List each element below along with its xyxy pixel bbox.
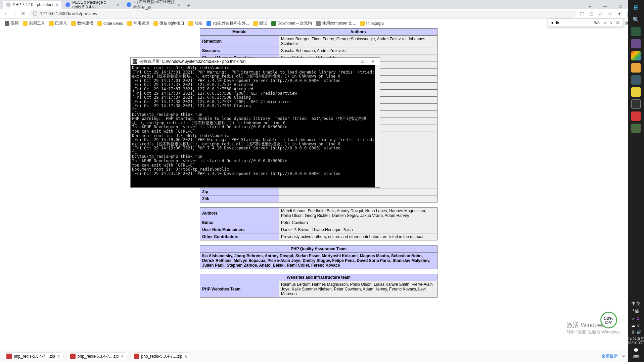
bookmark-item[interactable]: code demo xyxy=(95,21,125,26)
notification-icon[interactable]: 💬 xyxy=(634,348,639,353)
ime-full[interactable]: ° xyxy=(633,309,635,314)
chevron-up-icon[interactable]: ∧ xyxy=(184,354,187,359)
tray-up-icon[interactable]: ∧ xyxy=(632,316,635,321)
find-next-button[interactable]: ∨ xyxy=(608,20,614,25)
settings-icon[interactable]: ⚙ xyxy=(636,316,640,321)
bookmark-item[interactable]: 已导入 xyxy=(47,20,69,26)
taskbar-app-8[interactable] xyxy=(631,111,641,121)
cmd-titlebar[interactable]: C:\ 选择管理员: C:\Windows\System32\cmd.exe -… xyxy=(131,58,380,65)
bookmark-item[interactable]: 微信login接口 xyxy=(151,20,186,26)
close-icon[interactable]: × xyxy=(117,2,119,7)
bookmark-item[interactable]: 前端 xyxy=(186,20,204,26)
cmd-minimize-button[interactable]: — xyxy=(348,59,358,64)
ime-lang[interactable]: 英 xyxy=(636,301,640,307)
volume-icon[interactable]: 🔊 xyxy=(636,330,641,334)
taskbar-app-6[interactable] xyxy=(631,87,641,97)
credit-label: Other Contributors xyxy=(200,233,279,240)
bookmark-item[interactable]: Download – 次元狗 xyxy=(269,20,314,26)
find-input[interactable] xyxy=(551,20,591,25)
zip-icon xyxy=(6,354,12,359)
extensions-icon[interactable]: ✦ xyxy=(616,11,623,17)
site-info-icon[interactable]: ⓘ xyxy=(33,11,37,17)
new-tab-button[interactable]: + xyxy=(184,3,193,9)
col-module: Module xyxy=(200,29,279,36)
find-prev-button[interactable]: ∧ xyxy=(602,20,608,25)
credit-label: User Note Maintainers xyxy=(200,226,279,233)
system-monitor-widget[interactable]: 52% 62°C xyxy=(600,312,617,328)
tab-pecl[interactable]: PECL :: Package :: redis 5.3.4 fo × xyxy=(62,1,123,9)
cloud-icon[interactable]: ☁ xyxy=(631,323,635,328)
close-icon[interactable]: × xyxy=(55,2,58,7)
bookmark-item[interactable]: 常用资源 xyxy=(125,20,151,26)
network-icon[interactable]: 🖥 xyxy=(631,330,635,334)
zip-icon xyxy=(134,354,139,359)
download-filename: php_redis-5.3.4-7....zip xyxy=(141,354,183,359)
back-button[interactable]: ← xyxy=(3,10,11,18)
chevron-up-icon[interactable]: ∧ xyxy=(57,354,60,359)
security-icon[interactable]: 🛡 xyxy=(637,323,641,328)
start-button[interactable]: ⊞ xyxy=(631,3,641,12)
cmd-scrollbar[interactable] xyxy=(375,65,380,187)
module-name: Zip xyxy=(200,188,279,195)
page-icon xyxy=(206,21,211,26)
tab-sql[interactable]: sql左外连接和右外连接的区别_百 × xyxy=(123,1,184,9)
record-dot-icon[interactable]: ● xyxy=(585,4,595,9)
taskbar-app-1[interactable] xyxy=(631,27,641,36)
bookmark-item[interactable]: 使用composer 出... xyxy=(314,20,358,26)
download-filename: php_redis-5.3.4-7....zip xyxy=(78,354,119,359)
taskbar-app-9[interactable] xyxy=(631,124,641,133)
chevron-up-icon[interactable]: ∧ xyxy=(121,354,124,359)
share-icon[interactable]: ⤢ xyxy=(598,11,604,17)
bookmark-item[interactable]: sql左外连接和右外... xyxy=(204,20,251,26)
credit-value: Previously active authors, editors and o… xyxy=(279,233,438,240)
taskbar-app-2[interactable] xyxy=(631,39,641,48)
ime-icon[interactable]: 中 xyxy=(632,301,636,307)
taskbar-app-4[interactable] xyxy=(631,63,641,73)
col-authors: Authors xyxy=(279,29,438,36)
download-item[interactable]: php_redis-5.3.4-7....zip ∧ xyxy=(3,352,64,360)
translate-icon[interactable]: ☰ xyxy=(588,11,594,17)
tab-favicon-icon xyxy=(127,2,131,7)
credit-value: Daniel P. Brown, Thiago Henrique Pojda xyxy=(279,226,438,233)
cmd-close-button[interactable]: ✕ xyxy=(368,59,378,64)
forward-button[interactable]: → xyxy=(11,10,19,18)
folder-icon xyxy=(71,21,76,26)
minimize-button[interactable]: — xyxy=(600,4,610,9)
url-input[interactable]: ⓘ 127.0.0.1:8000/redis/partview xyxy=(30,10,576,18)
credit-value: Mehdi Achour, Friedhelm Betz, Antony Dov… xyxy=(279,208,438,219)
credit-value: Peter Cowburn xyxy=(279,219,438,226)
bookmark-item[interactable]: thinkphp6 xyxy=(358,21,386,26)
taskbar-app-chrome[interactable] xyxy=(631,51,641,60)
taskbar-clock[interactable]: 14:24 周五 2021/10/29 xyxy=(628,336,644,346)
cmd-window[interactable]: C:\ 选择管理员: C:\Windows\System32\cmd.exe -… xyxy=(130,57,380,188)
search-button[interactable]: 🔍 xyxy=(631,15,641,24)
bookmark-apps[interactable]: 应用 xyxy=(3,20,21,26)
web-label: PHP Websites Team xyxy=(200,281,279,298)
qa-header: PHP Quality Assurance Team xyxy=(200,245,438,253)
page-icon xyxy=(316,21,321,26)
stop-button[interactable]: ✕ xyxy=(19,10,27,18)
download-item[interactable]: php_redis-5.3.4-7....zip ∧ xyxy=(130,352,191,360)
maximize-button[interactable]: □ xyxy=(616,4,626,9)
address-bar: ← → ✕ ⓘ 127.0.0.1:8000/redis/partview ⬚ … xyxy=(0,9,644,19)
find-close-button[interactable]: ✕ xyxy=(614,20,621,25)
qr-icon[interactable]: ⬚ xyxy=(579,11,585,17)
bookmark-item[interactable]: 数学建模 xyxy=(69,20,95,26)
tab-phpinfo[interactable]: PHP 7.4.10 - phpinfo() × xyxy=(3,1,61,9)
taskbar-app-5[interactable] xyxy=(631,75,641,85)
bookmark-item[interactable]: 面试 xyxy=(251,20,269,26)
bookmark-item[interactable]: 实用工具 xyxy=(21,20,47,26)
show-all-downloads-button[interactable]: 全部显示 xyxy=(602,353,618,359)
cmd-output[interactable]: Document root is: D:\tp6\tp_redis\public… xyxy=(131,65,380,187)
taskbar-app-terminal[interactable] xyxy=(631,99,641,109)
keyboard-icon[interactable]: ⌨ xyxy=(633,355,639,359)
cmd-maximize-button[interactable]: □ xyxy=(358,59,368,64)
download-item[interactable]: php_redis-5.3.4-7....zip ∧ xyxy=(66,352,128,360)
close-icon[interactable]: × xyxy=(178,2,180,7)
find-in-page-bar: 8/8 ∧ ∨ ✕ xyxy=(548,18,624,27)
module-authors: Marcus Boerger, Timm Friebe, George Schl… xyxy=(279,36,438,47)
close-download-bar-button[interactable]: ✕ xyxy=(622,354,625,359)
bookmark-star-icon[interactable]: ☆ xyxy=(607,11,613,17)
temperature: 62°C xyxy=(605,321,612,325)
folder-icon xyxy=(127,21,132,26)
